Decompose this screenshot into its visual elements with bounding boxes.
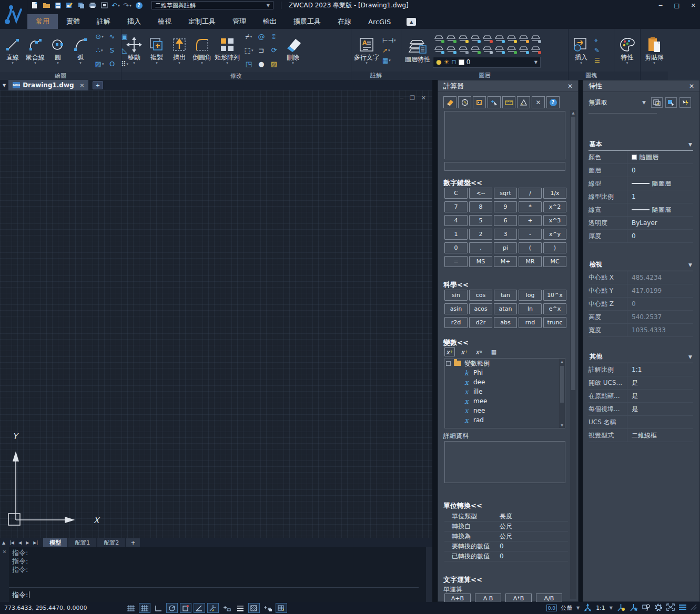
calc-key[interactable]: C (444, 188, 468, 199)
print-preview-icon[interactable] (88, 2, 97, 9)
command-history[interactable]: 指令:指令:指令: 指令: (9, 547, 426, 602)
spline-icon[interactable]: ∿ (109, 33, 115, 40)
circle-tool-button[interactable]: 圓▾ (47, 35, 69, 66)
layer-prev-icon[interactable] (458, 46, 468, 54)
calc-key[interactable]: MR (519, 256, 542, 267)
osnap-icon[interactable] (180, 603, 191, 613)
snap-icon[interactable] (139, 603, 150, 613)
property-value[interactable]: 是 (627, 378, 693, 387)
drawing-canvas[interactable]: ─ ❐ ✕ Y X (0, 90, 432, 538)
unit-row[interactable]: 已轉換的數值 0 (444, 551, 568, 561)
menu-icon[interactable] (678, 604, 687, 612)
property-value[interactable]: 1 (627, 193, 693, 200)
tab-list-dropdown-icon[interactable]: ▼ (3, 83, 6, 88)
ribbon-tab[interactable]: 管理 (224, 14, 255, 29)
auto-scale-icon[interactable] (629, 603, 638, 613)
property-row[interactable]: 每個視埠... 是 (589, 403, 693, 416)
property-row[interactable]: 中心點 Y 417.0199 (589, 284, 693, 298)
polyline-tool-button[interactable]: 聚合線▾ (24, 35, 46, 66)
calculator-history-display[interactable] (444, 111, 565, 159)
paste-to-command-icon[interactable] (473, 96, 486, 108)
close-command-icon[interactable]: ✕ (3, 549, 7, 555)
fillet-tool-button[interactable]: 倒圓角▾ (191, 35, 213, 66)
properties-title-bar[interactable]: 特性 ✕ (583, 80, 699, 92)
close-button[interactable]: ✕ (691, 2, 696, 9)
group-label-modify[interactable]: 修改 (121, 72, 351, 80)
calc-key[interactable]: 0 (444, 242, 468, 253)
calc-key[interactable]: 2 (469, 229, 492, 240)
maximize-button[interactable]: □ (674, 2, 679, 9)
variable-details-box[interactable] (444, 441, 565, 483)
calc-key[interactable]: 8 (469, 201, 492, 212)
calc-sci-key[interactable]: abs (494, 317, 517, 328)
variables-scrollbar[interactable]: ▲▼ (559, 359, 565, 428)
calc-key[interactable]: ( (519, 242, 542, 253)
fullscreen-icon[interactable] (666, 603, 675, 612)
document-tab[interactable]: DWG Drawing1.dwg ✕ (8, 80, 88, 90)
layer-walk-icon[interactable] (446, 46, 456, 54)
variable-item[interactable]: x dee (445, 377, 565, 387)
layer-properties-button[interactable]: 圖層特性 (403, 37, 432, 64)
table-icon[interactable]: ▦▾ (382, 57, 395, 64)
property-row[interactable]: 開啟 UCS... 是 (589, 376, 693, 390)
insert-block-button[interactable]: 插入▾ (570, 35, 592, 66)
layer-thaw-icon[interactable] (506, 35, 516, 43)
property-row[interactable]: 透明度 ByLayer (589, 217, 693, 230)
calc-key[interactable]: sqrt (494, 188, 517, 199)
annotation-scale-icon[interactable] (583, 603, 592, 613)
variable-item[interactable]: x rad (445, 415, 565, 425)
variable-item[interactable]: x vee (445, 425, 565, 428)
history-icon[interactable] (458, 96, 471, 108)
attributes-icon[interactable]: ☰ (594, 57, 600, 64)
publish-icon[interactable] (100, 2, 108, 9)
resize-grip[interactable] (691, 604, 697, 612)
variables-section-header[interactable]: 變數<< (443, 338, 469, 347)
section-view[interactable]: 檢視▼ (589, 259, 693, 271)
property-row[interactable]: 厚度 0 (589, 230, 693, 243)
layer-on-icon[interactable] (434, 35, 444, 43)
calc-key[interactable]: 3 (494, 229, 517, 240)
dyn-input-icon[interactable] (221, 603, 232, 613)
grid-icon[interactable] (125, 603, 137, 613)
new-document-button[interactable]: + (93, 81, 103, 89)
calc-sci-key[interactable]: cos (469, 290, 492, 301)
quick-select-icon[interactable] (651, 97, 663, 108)
doc-restore-button[interactable]: ❐ (410, 95, 415, 101)
property-value[interactable]: 0 (627, 167, 693, 174)
layout-tab[interactable]: 配置1 (68, 538, 96, 547)
property-value[interactable]: 是 (627, 392, 693, 401)
measure-angle-icon[interactable] (517, 96, 530, 108)
redo-icon[interactable]: ↷▾ (123, 2, 131, 9)
variable-item[interactable]: x ille (445, 387, 565, 396)
command-prompt[interactable]: 指令: (12, 590, 29, 600)
dimension-icon[interactable]: ⊢⊣▾ (382, 37, 395, 44)
calc-key[interactable]: 9 (494, 201, 517, 212)
textops-section-header[interactable]: 文字運算<< (443, 575, 482, 585)
calc-sci-key[interactable]: atan (494, 303, 517, 314)
layer-visibility-icon[interactable] (531, 35, 541, 43)
chevron-down-icon[interactable]: ▼ (642, 100, 646, 105)
calc-sci-key[interactable]: tan (494, 290, 517, 301)
app-logo-button[interactable] (0, 0, 27, 29)
collapse-ribbon-button[interactable]: ▲ (407, 18, 416, 26)
chevron-down-icon[interactable]: ▼ (610, 606, 613, 610)
polar-icon[interactable] (166, 603, 178, 613)
scientific-section-header[interactable]: 科學<< (443, 280, 469, 290)
scroll-up-icon[interactable]: ▲ (570, 110, 576, 116)
group-label-annotate[interactable]: 註解 (351, 71, 401, 80)
property-value[interactable]: 二維線框 (627, 431, 693, 440)
calc-sci-key[interactable]: asin (444, 303, 468, 314)
trim-icon[interactable]: ⌿▾ (246, 33, 252, 40)
calc-sci-key[interactable]: rnd (519, 317, 542, 328)
group-label-block[interactable]: 圖塊 (569, 71, 614, 80)
extrude-tool-button[interactable]: 擠出▾ (168, 35, 190, 66)
sphere-icon[interactable]: ● (258, 60, 264, 68)
angle-snap-icon[interactable] (194, 603, 205, 613)
calc-key[interactable]: x^2 (543, 201, 566, 212)
calc-key[interactable]: 7 (444, 201, 468, 212)
scrollbar-thumb[interactable] (571, 117, 575, 390)
unit-row[interactable]: 要轉換的數值 0 (444, 541, 568, 551)
calc-key[interactable]: = (444, 256, 468, 267)
calc-sci-key[interactable]: d2r (469, 317, 492, 328)
collapse-node-icon[interactable]: － (446, 361, 451, 366)
